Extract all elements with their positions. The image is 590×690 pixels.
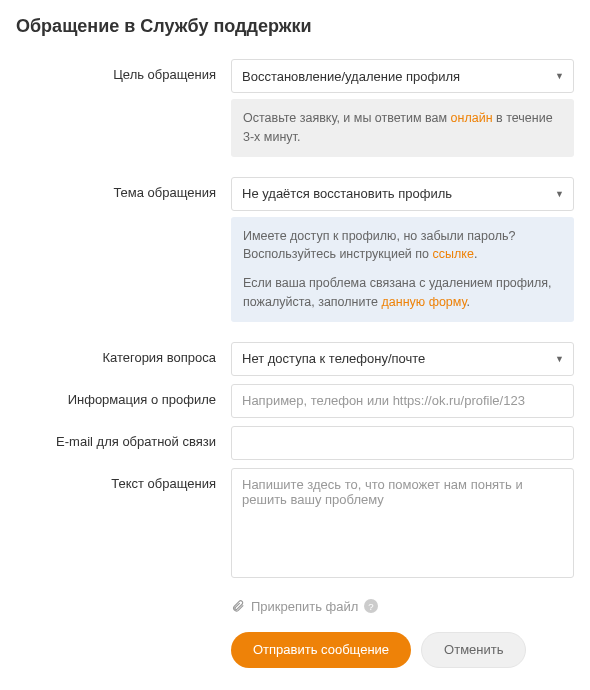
row-info-online: Оставьте заявку, и мы ответим вам онлайн… xyxy=(16,99,574,169)
button-row: Отправить сообщение Отменить xyxy=(231,632,574,668)
input-email[interactable] xyxy=(231,426,574,460)
label-message: Текст обращения xyxy=(16,468,231,491)
label-category: Категория вопроса xyxy=(16,342,231,365)
info-help-p2-post: . xyxy=(467,295,470,309)
info-online-pre: Оставьте заявку, и мы ответим вам xyxy=(243,111,451,125)
info-help: Имеете доступ к профилю, но забыли парол… xyxy=(231,217,574,322)
submit-button[interactable]: Отправить сообщение xyxy=(231,632,411,668)
link-delete-form[interactable]: данную форму xyxy=(381,295,466,309)
cancel-button[interactable]: Отменить xyxy=(421,632,526,668)
attach-label: Прикрепить файл xyxy=(251,599,358,614)
select-purpose[interactable]: Восстановление/удаление профиля xyxy=(231,59,574,93)
textarea-message[interactable] xyxy=(231,468,574,578)
page-title: Обращение в Службу поддержки xyxy=(16,16,574,37)
row-purpose: Цель обращения Восстановление/удаление п… xyxy=(16,59,574,93)
link-instruction[interactable]: ссылке xyxy=(433,247,474,261)
label-purpose: Цель обращения xyxy=(16,59,231,82)
link-online[interactable]: онлайн xyxy=(451,111,493,125)
select-category[interactable]: Нет доступа к телефону/почте xyxy=(231,342,574,376)
row-topic: Тема обращения Не удаётся восстановить п… xyxy=(16,177,574,211)
attach-file[interactable]: Прикрепить файл ? xyxy=(231,599,574,614)
label-topic: Тема обращения xyxy=(16,177,231,200)
label-profile-info: Информация о профиле xyxy=(16,384,231,407)
row-profile-info: Информация о профиле xyxy=(16,384,574,418)
info-online: Оставьте заявку, и мы ответим вам онлайн… xyxy=(231,99,574,157)
help-icon[interactable]: ? xyxy=(364,599,378,613)
row-email: E-mail для обратной связи xyxy=(16,426,574,460)
row-info-help: Имеете доступ к профилю, но забыли парол… xyxy=(16,217,574,334)
paperclip-icon xyxy=(231,599,245,613)
label-email: E-mail для обратной связи xyxy=(16,426,231,449)
row-message: Текст обращения Прикрепить файл ? Отправ… xyxy=(16,468,574,668)
svg-text:?: ? xyxy=(369,601,374,612)
info-help-p1-post: . xyxy=(474,247,477,261)
row-category: Категория вопроса Нет доступа к телефону… xyxy=(16,342,574,376)
select-topic[interactable]: Не удаётся восстановить профиль xyxy=(231,177,574,211)
input-profile-info[interactable] xyxy=(231,384,574,418)
